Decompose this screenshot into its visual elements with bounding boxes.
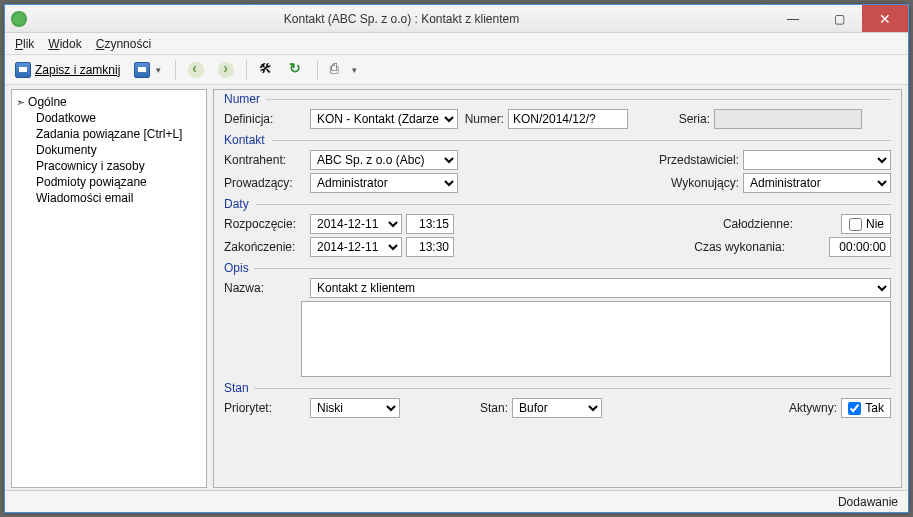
- separator: [175, 60, 176, 80]
- label-wykonujacy: Wykonujący:: [649, 176, 739, 190]
- forward-icon: [218, 62, 234, 78]
- label-nazwa: Nazwa:: [224, 281, 306, 295]
- group-opis: Opis Nazwa: Kontakt z klientem: [224, 261, 891, 377]
- aktywny-checkbox[interactable]: Tak: [841, 398, 891, 418]
- numer-field[interactable]: [508, 109, 628, 129]
- print-icon: [330, 62, 346, 78]
- przedstawiciel-select[interactable]: [743, 150, 891, 170]
- nav-panel: Ogólne Dodatkowe Zadania powiązane [Ctrl…: [11, 89, 207, 488]
- label-zakonczenie: Zakończenie:: [224, 240, 306, 254]
- label-stan: Stan:: [468, 401, 508, 415]
- nav-item-zadania[interactable]: Zadania powiązane [Ctrl+L]: [20, 126, 198, 142]
- group-daty: Daty Rozpoczęcie: 2014-12-11 Całodzienne…: [224, 197, 891, 257]
- separator: [246, 60, 247, 80]
- dropdown-icon: ▾: [350, 65, 359, 75]
- label-kontrahent: Kontrahent:: [224, 153, 306, 167]
- nav-item-pracownicy[interactable]: Pracownicy i zasoby: [20, 158, 198, 174]
- label-calodzienne: Całodzienne:: [693, 217, 793, 231]
- stan-select[interactable]: Bufor: [512, 398, 602, 418]
- label-aktywny: Aktywny:: [777, 401, 837, 415]
- nav-item-ogolne[interactable]: Ogólne: [10, 94, 198, 110]
- minimize-button[interactable]: —: [770, 5, 816, 32]
- window-title: Kontakt (ABC Sp. z o.o) : Kontakt z klie…: [33, 12, 770, 26]
- toolbar: Zapisz i zamknij ▾ ▾: [5, 55, 908, 85]
- nav-item-dokumenty[interactable]: Dokumenty: [20, 142, 198, 158]
- czaswykonania-field[interactable]: [829, 237, 891, 257]
- nav-item-podmioty[interactable]: Podmioty powiązane: [20, 174, 198, 190]
- window: Kontakt (ABC Sp. z o.o) : Kontakt z klie…: [4, 4, 909, 513]
- rozpoczecie-date[interactable]: 2014-12-11: [310, 214, 402, 234]
- maximize-button[interactable]: ▢: [816, 5, 862, 32]
- nav-item-email[interactable]: Wiadomości email: [20, 190, 198, 206]
- titlebar[interactable]: Kontakt (ABC Sp. z o.o) : Kontakt z klie…: [5, 5, 908, 33]
- save-button[interactable]: ▾: [130, 60, 167, 80]
- save-icon: [15, 62, 31, 78]
- disk-icon: [134, 62, 150, 78]
- refresh-button[interactable]: [285, 60, 309, 80]
- app-icon: [11, 11, 27, 27]
- menu-plik[interactable]: Plik: [15, 37, 34, 51]
- status-text: Dodawanie: [838, 495, 898, 509]
- seria-field: [714, 109, 862, 129]
- dropdown-icon: ▾: [154, 65, 163, 75]
- opis-textarea[interactable]: [301, 301, 891, 377]
- menubar: Plik Widok Czynności: [5, 33, 908, 55]
- close-button[interactable]: ✕: [862, 5, 908, 32]
- back-button[interactable]: [184, 60, 208, 80]
- legend-numer: Numer: [224, 92, 891, 106]
- zakonczenie-date[interactable]: 2014-12-11: [310, 237, 402, 257]
- tools-icon: [259, 62, 275, 78]
- group-kontakt: Kontakt Kontrahent: ABC Sp. z o.o (Abc) …: [224, 133, 891, 193]
- statusbar: Dodawanie: [5, 490, 908, 512]
- group-numer: Numer Definicja: KON - Kontakt (Zdarzeni…: [224, 92, 891, 129]
- tools-button[interactable]: [255, 60, 279, 80]
- label-przedstawiciel: Przedstawiciel:: [649, 153, 739, 167]
- separator: [317, 60, 318, 80]
- nazwa-select[interactable]: Kontakt z klientem: [310, 278, 891, 298]
- menu-widok[interactable]: Widok: [48, 37, 81, 51]
- print-button[interactable]: ▾: [326, 60, 363, 80]
- forward-button[interactable]: [214, 60, 238, 80]
- form-panel: Numer Definicja: KON - Kontakt (Zdarzeni…: [213, 89, 902, 488]
- menu-czynnosci[interactable]: Czynności: [96, 37, 151, 51]
- save-and-close-button[interactable]: Zapisz i zamknij: [11, 60, 124, 80]
- content-area: Ogólne Dodatkowe Zadania powiązane [Ctrl…: [5, 85, 908, 490]
- legend-daty: Daty: [224, 197, 891, 211]
- wykonujacy-select[interactable]: Administrator: [743, 173, 891, 193]
- label-rozpoczecie: Rozpoczęcie:: [224, 217, 306, 231]
- refresh-icon: [289, 62, 305, 78]
- label-definicja: Definicja:: [224, 112, 306, 126]
- label-numer: Numer:: [462, 112, 504, 126]
- label-czaswykonania: Czas wykonania:: [685, 240, 785, 254]
- nav-item-dodatkowe[interactable]: Dodatkowe: [20, 110, 198, 126]
- label-priorytet: Priorytet:: [224, 401, 306, 415]
- calodzienne-checkbox[interactable]: Nie: [841, 214, 891, 234]
- legend-opis: Opis: [224, 261, 891, 275]
- kontrahent-select[interactable]: ABC Sp. z o.o (Abc): [310, 150, 458, 170]
- rozpoczecie-time[interactable]: [406, 214, 454, 234]
- group-stan: Stan Priorytet: Niski Stan: Bufor Aktywn…: [224, 381, 891, 418]
- label-seria: Seria:: [652, 112, 710, 126]
- priorytet-select[interactable]: Niski: [310, 398, 400, 418]
- zakonczenie-time[interactable]: [406, 237, 454, 257]
- legend-kontakt: Kontakt: [224, 133, 891, 147]
- prowadzacy-select[interactable]: Administrator: [310, 173, 458, 193]
- back-icon: [188, 62, 204, 78]
- legend-stan: Stan: [224, 381, 891, 395]
- label-prowadzacy: Prowadzący:: [224, 176, 306, 190]
- definicja-select[interactable]: KON - Kontakt (Zdarzenie): [310, 109, 458, 129]
